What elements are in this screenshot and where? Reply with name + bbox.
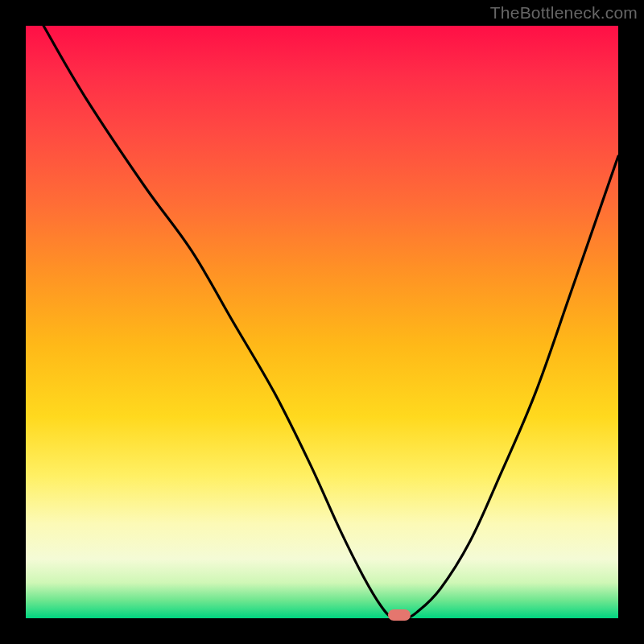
chart-plot-area [26,26,618,618]
watermark-text: TheBottleneck.com [490,3,638,23]
optimal-marker [388,609,411,621]
curve-path [43,26,618,620]
chart-stage: TheBottleneck.com [0,0,644,644]
bottleneck-curve [26,26,618,618]
